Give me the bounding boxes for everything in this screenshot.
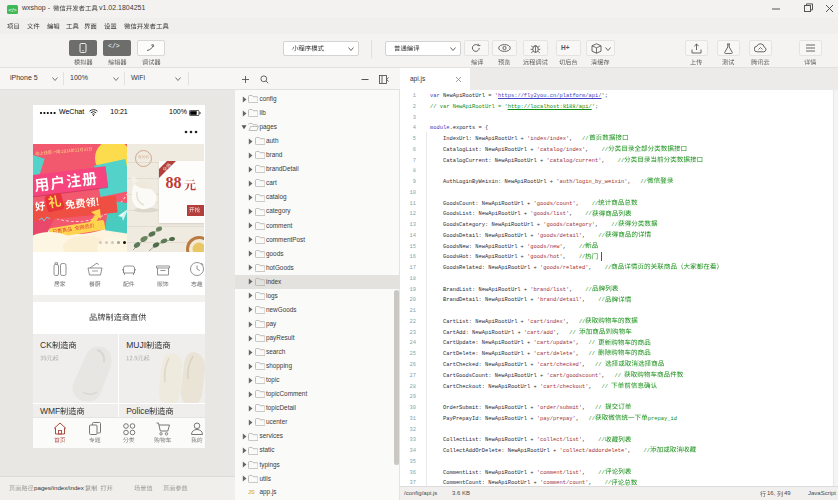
svg-text:</>: </> (8, 7, 17, 13)
